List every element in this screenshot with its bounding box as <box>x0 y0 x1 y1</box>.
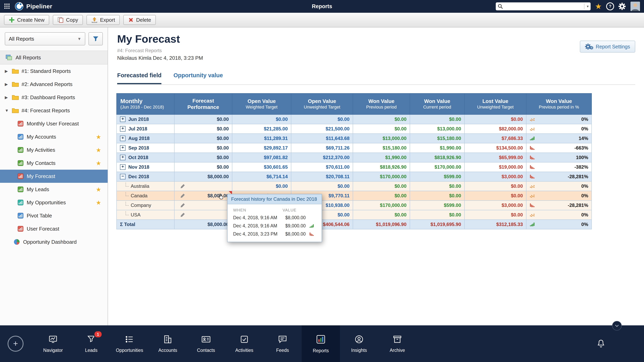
help-icon[interactable]: ? <box>606 2 614 10</box>
cell-period-label[interactable]: +Oct 2018 <box>116 153 174 162</box>
nav-item-activities[interactable]: Activities <box>225 325 264 362</box>
report-tile-icon <box>18 160 24 166</box>
nav-item-opportunities[interactable]: Opportunities <box>110 325 149 362</box>
nav-item-accounts[interactable]: Accounts <box>149 325 187 362</box>
period-label: Aug 2018 <box>128 136 150 141</box>
expand-row-icon[interactable]: + <box>120 145 126 151</box>
nav-item-label: Accounts <box>158 348 177 353</box>
column-header-forecast-performance[interactable]: Forecast Performance <box>174 93 232 114</box>
sub-row-label: Company <box>131 203 151 208</box>
edit-pencil-icon[interactable] <box>180 184 185 189</box>
cell-period-label[interactable]: +Sep 2018 <box>116 143 174 153</box>
chevron-down-icon[interactable]: ▼ <box>5 108 12 113</box>
report-title: My Forecast <box>117 33 180 45</box>
trend-flat-icon <box>530 117 535 122</box>
cell-period-label[interactable]: −Dec 2018 <box>116 172 174 181</box>
sidebar-item-all-reports[interactable]: All Reports <box>0 50 108 64</box>
sidebar-item-my-forecast[interactable]: My Forecast <box>0 170 108 183</box>
nav-item-navigator[interactable]: Navigator <box>34 325 72 362</box>
sidebar-item-monthly-user-forecast[interactable]: Monthly User Forecast <box>0 117 108 130</box>
chevron-right-icon[interactable]: ▶ <box>5 95 12 100</box>
tab-forecasted-field[interactable]: Forecasted field <box>117 72 162 84</box>
cell-period-label[interactable]: +Jul 2018 <box>116 124 174 134</box>
copy-button[interactable]: Copy <box>53 15 83 25</box>
cell-won-previous-pct: 100% <box>526 153 592 162</box>
edit-pencil-icon[interactable] <box>180 193 185 198</box>
filter-button[interactable] <box>88 32 103 45</box>
nav-item-label: Contacts <box>197 348 215 353</box>
period-label: Jul 2018 <box>128 126 147 132</box>
chevron-right-icon[interactable]: ▶ <box>5 69 12 73</box>
sidebar-item-opportunity-dashboard[interactable]: Opportunity Dashboard <box>0 235 108 249</box>
column-header-won-value-previous-period-in[interactable]: Won ValuePrevious period in % <box>526 93 592 114</box>
table-row-aug-2018: +Aug 2018$0.00$11,289.31$11,643.68$13,00… <box>116 134 592 143</box>
export-button[interactable]: Export <box>86 15 120 25</box>
sidebar-item-4-forecast-reports[interactable]: ▼#4: Forecast Reports <box>0 104 108 117</box>
favorites-star-icon[interactable]: ★ <box>595 2 602 10</box>
tab-opportunity-value[interactable]: Opportunity value <box>173 72 223 84</box>
expand-row-icon[interactable]: + <box>120 126 126 132</box>
notifications-bell-icon[interactable] <box>596 339 606 349</box>
column-header-won-value-current-period[interactable]: Won ValueCurrent period <box>410 93 464 114</box>
quick-add-button[interactable]: + <box>8 336 24 352</box>
cell-period-label[interactable]: +Nov 2018 <box>116 162 174 172</box>
nav-item-label: Leads <box>85 348 98 353</box>
column-header-won-value-previous-period[interactable]: Won ValuePrevious period <box>353 93 410 114</box>
create-new-button[interactable]: Create New <box>4 15 49 25</box>
sidebar-item-my-opportunities[interactable]: My Opportunities★ <box>0 196 108 209</box>
sidebar-item-2-advanced-reports[interactable]: ▶#2: Advanced Reports <box>0 78 108 91</box>
app-grid-icon[interactable] <box>4 3 10 9</box>
search-dropdown-caret-icon[interactable]: ▾ <box>584 3 588 9</box>
star-icon[interactable]: ★ <box>96 160 101 167</box>
cell-period-label[interactable]: +Jun 2018 <box>116 114 174 124</box>
column-header-lost-value-unweighted-target[interactable]: Lost ValueUnweighted Target <box>464 93 526 114</box>
reports-filter-select[interactable]: All Reports ▼ <box>5 32 85 45</box>
column-header-monthly-jun-2018-dec-2018[interactable]: Monthly(Jun 2018 - Dec 2018) <box>116 93 174 114</box>
edit-pencil-icon[interactable] <box>180 203 185 208</box>
cell-won-current: $599.00 <box>410 172 464 181</box>
expand-row-icon[interactable]: + <box>120 164 126 170</box>
star-icon[interactable]: ★ <box>96 147 101 154</box>
sidebar-item-1-standard-reports[interactable]: ▶#1: Standard Reports <box>0 64 108 78</box>
sidebar-item-label: My Opportunities <box>27 200 66 206</box>
star-icon[interactable]: ★ <box>96 199 101 206</box>
nav-item-reports[interactable]: Reports <box>302 325 340 362</box>
nav-item-leads[interactable]: Leads1 <box>72 325 110 362</box>
delete-button[interactable]: Delete <box>123 15 156 25</box>
settings-gear-icon[interactable] <box>618 3 626 10</box>
edit-pencil-icon[interactable] <box>180 212 185 217</box>
cell-won-previous-pct: 0% <box>526 181 592 191</box>
sidebar-item-my-accounts[interactable]: My Accounts★ <box>0 130 108 143</box>
sidebar-item-my-contacts[interactable]: My Contacts★ <box>0 156 108 170</box>
collapse-row-icon[interactable]: − <box>120 174 126 179</box>
nav-item-insights[interactable]: Insights <box>340 325 378 362</box>
sidebar-item-my-leads[interactable]: My Leads★ <box>0 183 108 196</box>
sidebar-item-3-dashboard-reports[interactable]: ▶#3: Dashboard Reports <box>0 91 108 104</box>
column-header-open-value-unweighted-target[interactable]: Open ValueUnweighted Target <box>291 93 353 114</box>
sidebar-item-my-activities[interactable]: My Activities★ <box>0 143 108 156</box>
sidebar-item-user-forecast[interactable]: User Forecast <box>0 222 108 235</box>
report-settings-button[interactable]: Report Settings <box>580 41 635 52</box>
cell-won-previous: $1,990.00 <box>353 153 410 162</box>
cell-forecast-performance: $0.00 <box>174 162 232 172</box>
expand-row-icon[interactable]: + <box>120 155 126 160</box>
nav-item-archive[interactable]: Archive <box>378 325 416 362</box>
nav-item-feeds[interactable]: Feeds <box>264 325 302 362</box>
global-search[interactable]: ▾ <box>496 2 590 10</box>
sidebar-item-label: Pivot Table <box>27 213 52 219</box>
search-input[interactable] <box>505 3 582 9</box>
sidebar-item-pivot-table[interactable]: Pivot Table <box>0 209 108 222</box>
cell-won-current: $1,990.00 <box>410 143 464 153</box>
column-header-open-value-weighted-target[interactable]: Open ValueWeighted Target <box>232 93 291 114</box>
cell-period-label[interactable]: +Aug 2018 <box>116 134 174 143</box>
chevron-right-icon[interactable]: ▶ <box>5 82 12 87</box>
expand-row-icon[interactable]: + <box>120 136 126 141</box>
expand-row-icon[interactable]: + <box>120 116 126 122</box>
nav-item-contacts[interactable]: Contacts <box>187 325 225 362</box>
collapse-nav-button[interactable] <box>612 321 622 331</box>
cell-forecast-performance: $8,000.00 <box>174 191 232 201</box>
app-name: Pipeliner <box>26 3 52 10</box>
star-icon[interactable]: ★ <box>96 186 101 193</box>
user-avatar[interactable] <box>630 1 640 11</box>
star-icon[interactable]: ★ <box>96 133 101 140</box>
